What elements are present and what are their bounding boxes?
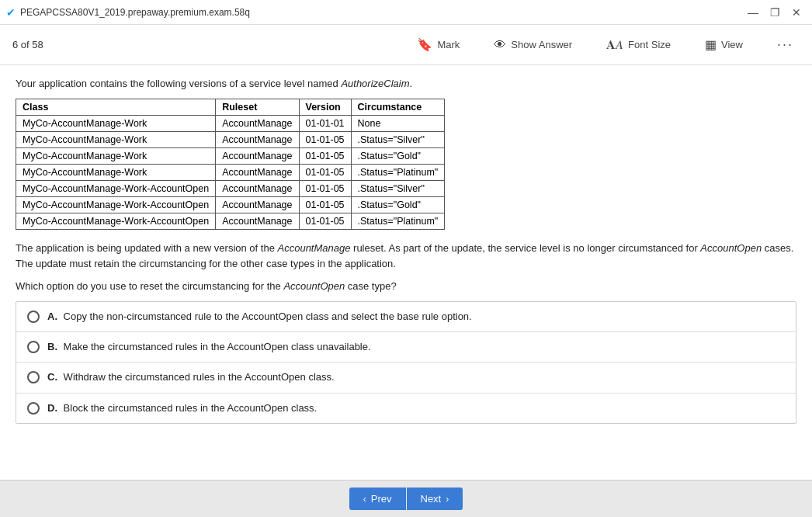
table-cell: AccountManage xyxy=(216,148,299,165)
table-cell: AccountManage xyxy=(216,197,299,213)
table-cell: 01-01-05 xyxy=(299,132,351,148)
prev-button[interactable]: ‹ Prev xyxy=(349,488,406,510)
option-text-c: C. Withdraw the circumstanced rules in t… xyxy=(47,370,335,384)
table-cell: AccountManage xyxy=(216,165,299,181)
minimize-button[interactable]: — xyxy=(744,3,762,22)
table-row: MyCo-AccountManage-Work-AccountOpenAccou… xyxy=(16,197,445,213)
show-answer-button[interactable]: 👁 Show Answer xyxy=(488,35,578,55)
table-cell: .Status="Gold" xyxy=(351,148,445,165)
view-label: View xyxy=(721,39,743,50)
options-container: A. Copy the non-circumstanced rule to th… xyxy=(16,301,796,424)
option-text-b: B. Make the circumstanced rules in the A… xyxy=(47,340,371,354)
table-cell: .Status="Silver" xyxy=(351,181,445,197)
question-body: The application is being updated with a … xyxy=(16,241,796,271)
question-intro: Your application contains the following … xyxy=(16,78,796,89)
prev-arrow: ‹ xyxy=(363,494,366,505)
question-progress: 6 of 58 xyxy=(12,39,43,50)
radio-d[interactable] xyxy=(27,402,40,415)
more-button[interactable]: ··· xyxy=(771,33,800,56)
table-row: MyCo-AccountManage-WorkAccountManage01-0… xyxy=(16,148,445,165)
view-icon: ▦ xyxy=(705,37,717,52)
radio-b[interactable] xyxy=(27,341,40,353)
title-bar-left: ✔ PEGAPCSSA80V1_2019.prepaway.premium.ex… xyxy=(6,6,250,19)
mark-icon: 🔖 xyxy=(417,37,432,52)
table-cell: AccountManage xyxy=(216,181,299,197)
col-ruleset: Ruleset xyxy=(216,99,299,116)
col-class: Class xyxy=(16,99,216,116)
table-row: MyCo-AccountManage-WorkAccountManage01-0… xyxy=(16,116,445,132)
toolbar: 6 of 58 🔖 Mark 👁 Show Answer 𝐀𝐴 Font Siz… xyxy=(0,25,812,65)
main-content: Your application contains the following … xyxy=(0,65,812,480)
font-size-label: Font Size xyxy=(628,39,671,50)
table-row: MyCo-AccountManage-WorkAccountManage01-0… xyxy=(16,132,445,148)
view-button[interactable]: ▦ View xyxy=(699,34,749,55)
prev-label: Prev xyxy=(371,493,392,505)
table-cell: 01-01-05 xyxy=(299,197,351,213)
check-icon: ✔ xyxy=(6,6,16,19)
font-size-button[interactable]: 𝐀𝐴 Font Size xyxy=(600,35,677,55)
table-row: MyCo-AccountManage-WorkAccountManage01-0… xyxy=(16,165,445,181)
question-prompt: Which option do you use to reset the cir… xyxy=(16,280,796,292)
option-c[interactable]: C. Withdraw the circumstanced rules in t… xyxy=(16,363,796,393)
table-cell: AccountManage xyxy=(216,132,299,148)
mark-button[interactable]: 🔖 Mark xyxy=(411,34,466,55)
option-text-a: A. Copy the non-circumstanced rule to th… xyxy=(47,310,472,324)
mark-label: Mark xyxy=(437,39,460,50)
table-cell: 01-01-05 xyxy=(299,213,351,230)
option-b[interactable]: B. Make the circumstanced rules in the A… xyxy=(16,332,796,363)
table-cell: 01-01-01 xyxy=(299,116,351,132)
font-icon: 𝐀𝐴 xyxy=(606,38,623,52)
close-button[interactable]: ✕ xyxy=(787,3,806,22)
option-text-d: D. Block the circumstanced rules in the … xyxy=(47,401,317,415)
table-cell: MyCo-AccountManage-Work xyxy=(16,132,216,148)
table-cell: .Status="Platinum" xyxy=(351,213,445,230)
table-cell: AccountManage xyxy=(216,213,299,230)
eye-icon: 👁 xyxy=(494,38,506,52)
table-cell: MyCo-AccountManage-Work-AccountOpen xyxy=(16,197,216,213)
table-cell: 01-01-05 xyxy=(299,165,351,181)
table-cell: None xyxy=(351,116,445,132)
versions-table: Class Ruleset Version Circumstance MyCo-… xyxy=(16,99,445,230)
table-cell: 01-01-05 xyxy=(299,148,351,165)
table-cell: .Status="Gold" xyxy=(351,197,445,213)
title-bar: ✔ PEGAPCSSA80V1_2019.prepaway.premium.ex… xyxy=(0,0,812,25)
title-bar-controls: — ❐ ✕ xyxy=(744,3,806,22)
table-cell: MyCo-AccountManage-Work-AccountOpen xyxy=(16,213,216,230)
table-cell: MyCo-AccountManage-Work xyxy=(16,148,216,165)
bottom-bar: ‹ Prev Next › xyxy=(0,480,812,517)
next-arrow: › xyxy=(446,494,449,505)
table-row: MyCo-AccountManage-Work-AccountOpenAccou… xyxy=(16,181,445,197)
col-circumstance: Circumstance xyxy=(351,99,445,116)
table-cell: .Status="Platinum" xyxy=(351,165,445,181)
table-row: MyCo-AccountManage-Work-AccountOpenAccou… xyxy=(16,213,445,230)
table-cell: 01-01-05 xyxy=(299,181,351,197)
table-cell: MyCo-AccountManage-Work xyxy=(16,165,216,181)
radio-c[interactable] xyxy=(27,371,40,383)
option-d[interactable]: D. Block the circumstanced rules in the … xyxy=(16,394,796,423)
window-title: PEGAPCSSA80V1_2019.prepaway.premium.exam… xyxy=(20,7,250,18)
table-cell: MyCo-AccountManage-Work-AccountOpen xyxy=(16,181,216,197)
table-cell: AccountManage xyxy=(216,116,299,132)
table-cell: MyCo-AccountManage-Work xyxy=(16,116,216,132)
radio-a[interactable] xyxy=(27,311,40,323)
maximize-button[interactable]: ❐ xyxy=(765,3,784,22)
option-a[interactable]: A. Copy the non-circumstanced rule to th… xyxy=(16,302,796,332)
next-label: Next xyxy=(421,493,442,505)
col-version: Version xyxy=(299,99,351,116)
toolbar-right: 🔖 Mark 👁 Show Answer 𝐀𝐴 Font Size ▦ View… xyxy=(411,33,800,56)
table-cell: .Status="Silver" xyxy=(351,132,445,148)
show-answer-label: Show Answer xyxy=(511,39,572,50)
next-button[interactable]: Next › xyxy=(407,488,463,510)
